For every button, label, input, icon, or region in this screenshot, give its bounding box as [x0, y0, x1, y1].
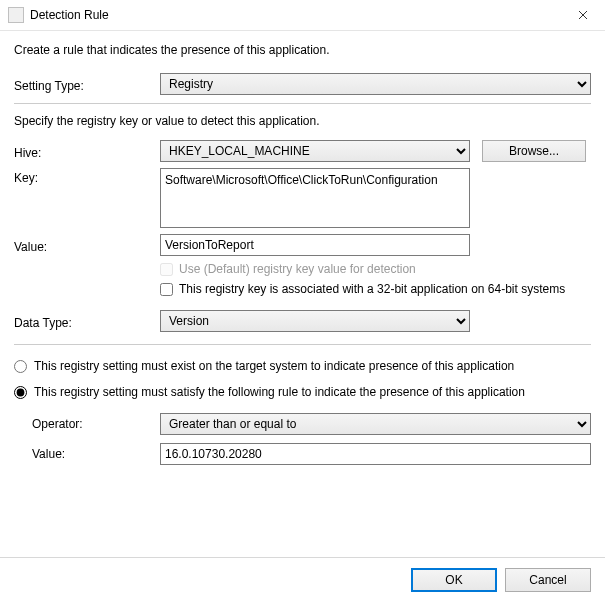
use-default-checkbox [160, 263, 173, 276]
rule-value-label: Value: [14, 447, 160, 461]
radio-exist-row: This registry setting must exist on the … [14, 359, 591, 373]
value-input[interactable] [160, 234, 470, 256]
is-32bit-row: This registry key is associated with a 3… [160, 282, 591, 296]
close-icon [578, 10, 588, 20]
data-type-label: Data Type: [14, 313, 160, 330]
value-row: Value: [14, 234, 591, 256]
use-default-row: Use (Default) registry key value for det… [160, 262, 591, 276]
footer: OK Cancel [0, 557, 605, 601]
operator-row: Operator: Greater than or equal to [14, 413, 591, 435]
close-button[interactable] [560, 0, 605, 30]
intro-text: Create a rule that indicates the presenc… [14, 43, 591, 57]
rule-value-row: Value: [14, 443, 591, 465]
key-label: Key: [14, 168, 160, 185]
data-type-row: Data Type: Version [14, 310, 591, 332]
browse-button[interactable]: Browse... [482, 140, 586, 162]
window-title: Detection Rule [30, 8, 109, 22]
setting-type-row: Setting Type: Registry [14, 73, 591, 95]
data-type-select[interactable]: Version [160, 310, 470, 332]
divider-2 [14, 344, 591, 345]
key-row: Key: Software\Microsoft\Office\ClickToRu… [14, 168, 591, 228]
setting-type-label: Setting Type: [14, 76, 160, 93]
key-textarea[interactable]: Software\Microsoft\Office\ClickToRun\Con… [160, 168, 470, 228]
radio-exist-label: This registry setting must exist on the … [34, 359, 514, 373]
radio-satisfy[interactable] [14, 386, 27, 399]
divider-1 [14, 103, 591, 104]
setting-type-select[interactable]: Registry [160, 73, 591, 95]
is-32bit-label: This registry key is associated with a 3… [179, 282, 565, 296]
use-default-label: Use (Default) registry key value for det… [179, 262, 416, 276]
ok-button[interactable]: OK [411, 568, 497, 592]
operator-label: Operator: [14, 417, 160, 431]
radio-exist[interactable] [14, 360, 27, 373]
radio-satisfy-label: This registry setting must satisfy the f… [34, 385, 525, 399]
value-label: Value: [14, 237, 160, 254]
registry-sub-text: Specify the registry key or value to det… [14, 114, 591, 128]
rule-value-input[interactable] [160, 443, 591, 465]
is-32bit-checkbox[interactable] [160, 283, 173, 296]
window-icon [8, 7, 24, 23]
dialog-content: Create a rule that indicates the presenc… [0, 31, 605, 465]
hive-row: Hive: HKEY_LOCAL_MACHINE Browse... [14, 140, 591, 162]
operator-select[interactable]: Greater than or equal to [160, 413, 591, 435]
titlebar: Detection Rule [0, 0, 605, 31]
hive-select[interactable]: HKEY_LOCAL_MACHINE [160, 140, 470, 162]
cancel-button[interactable]: Cancel [505, 568, 591, 592]
hive-label: Hive: [14, 143, 160, 160]
radio-satisfy-row: This registry setting must satisfy the f… [14, 385, 591, 399]
